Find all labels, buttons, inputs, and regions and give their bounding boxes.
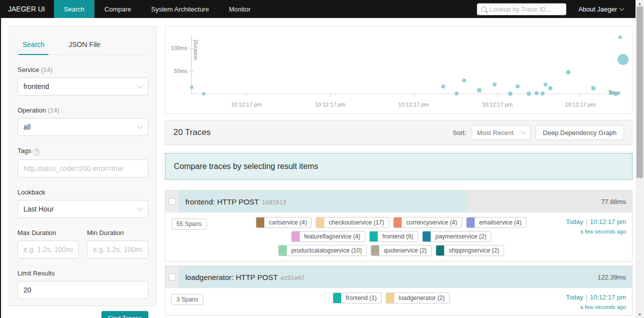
trace-header[interactable]: loadgenerator: HTTP POSTec91e67122.39ms <box>165 266 632 288</box>
x-tick-label: 10:12:17 pm <box>565 102 596 108</box>
help-icon[interactable]: ? <box>33 148 40 156</box>
trace-scatter-point[interactable] <box>618 54 629 65</box>
span-count-badge: 55 Spans <box>171 218 207 230</box>
trace-scatter-point[interactable] <box>619 36 622 39</box>
trace-time: 10:12:17 pm <box>590 294 626 301</box>
lookback-label: Lookback <box>17 188 148 196</box>
scrollbar-thumb[interactable] <box>637 6 643 178</box>
trace-scatter-point[interactable] <box>441 84 445 88</box>
nav-item-monitor[interactable]: Monitor <box>219 0 260 18</box>
trace-scatter-point[interactable] <box>462 78 466 82</box>
search-sidebar: SearchJSON File Service (14) frontend Op… <box>9 26 157 306</box>
trace-result-card[interactable]: frontend: HTTP POST1b9261377.88ms55 Span… <box>165 190 633 262</box>
tags-field-box <box>17 160 148 178</box>
limit-results-input[interactable] <box>23 286 142 294</box>
scroll-up-arrow[interactable]: ▲ <box>636 0 644 7</box>
service-tag: frontend (1) <box>333 292 382 304</box>
trace-relative-time: a few seconds ago <box>541 228 626 234</box>
service-tag: cartservice (4) <box>256 217 312 228</box>
x-tick-mark <box>580 94 581 97</box>
service-color-swatch <box>292 232 300 242</box>
x-tick-label: 10:12:17 pm <box>398 102 429 108</box>
y-tick-label: 50ms <box>174 68 187 74</box>
trace-scatter-point[interactable] <box>535 91 539 95</box>
min-duration-input[interactable] <box>93 246 142 254</box>
trace-duration: 77.88ms <box>601 198 632 206</box>
about-jaeger-menu[interactable]: About Jaeger <box>579 6 624 13</box>
trace-scatter-point[interactable] <box>455 92 459 96</box>
trace-scatter-point[interactable] <box>202 92 205 96</box>
service-color-swatch <box>436 246 444 256</box>
service-tag-label: cartservice (4) <box>264 218 311 228</box>
service-color-swatch <box>256 218 264 228</box>
service-color-swatch <box>394 218 402 228</box>
chevron-down-icon <box>137 205 142 210</box>
nav-menu: SearchCompareSystem ArchitectureMonitor <box>54 0 261 18</box>
nav-item-search[interactable]: Search <box>54 0 94 18</box>
chevron-down-icon <box>137 123 142 128</box>
y-tick-label: 100ms <box>171 45 187 51</box>
service-tag: shippingservice (2) <box>436 245 504 256</box>
service-tag: loadgenerator (2) <box>386 292 450 304</box>
deep-dependency-graph-button[interactable]: Deep Dependency Graph <box>536 125 624 140</box>
operation-select[interactable]: all <box>17 118 148 136</box>
trace-compare-checkbox[interactable] <box>169 198 176 205</box>
service-tag-list: frontend (1)loadgenerator (2) <box>241 292 541 310</box>
vertical-scrollbar[interactable]: ▲ ▼ <box>636 0 644 318</box>
trace-id: ec91e67 <box>281 274 305 282</box>
service-tag: featureflagservice (4) <box>291 231 366 242</box>
trace-scatter-point[interactable] <box>548 86 553 90</box>
tags-label: Tags? <box>17 147 148 156</box>
service-tag-label: frontend (6) <box>378 232 418 242</box>
service-tag: quoteservice (2) <box>371 245 432 256</box>
service-tag: paymentservice (2) <box>422 231 491 242</box>
app-brand: JAEGER UI <box>1 0 54 18</box>
trace-scatter-point[interactable] <box>541 92 545 96</box>
trace-scatter-point[interactable] <box>614 92 618 96</box>
trace-header[interactable]: frontend: HTTP POST1b9261377.88ms <box>165 190 632 212</box>
service-select[interactable]: frontend <box>17 78 148 96</box>
find-traces-button[interactable]: Find Traces <box>101 311 148 318</box>
trace-result-card[interactable]: loadgenerator: HTTP POSTec91e67122.39ms3… <box>165 266 633 316</box>
y-axis <box>191 36 192 94</box>
service-color-swatch <box>370 232 378 242</box>
sidebar-tab-search[interactable]: Search <box>21 36 45 54</box>
trace-date: Today <box>566 218 584 226</box>
trace-scatter-point[interactable] <box>516 84 520 88</box>
trace-scatter-point[interactable] <box>527 92 531 96</box>
trace-scatter-point[interactable] <box>544 82 548 86</box>
trace-compare-checkbox[interactable] <box>169 274 176 280</box>
trace-scatter-point[interactable] <box>591 86 596 90</box>
trace-scatter-point[interactable] <box>493 82 497 86</box>
service-color-swatch <box>316 218 324 228</box>
chevron-down-icon <box>521 130 526 134</box>
lookback-select[interactable]: Last Hour <box>17 200 148 218</box>
trace-scatter-point[interactable] <box>190 86 193 89</box>
x-tick-mark <box>246 94 247 97</box>
service-color-swatch <box>333 293 341 303</box>
scroll-down-arrow[interactable]: ▼ <box>636 311 644 318</box>
service-tag-list: cartservice (4)checkoutservice (17)curre… <box>241 217 541 256</box>
x-tick-mark <box>414 94 414 97</box>
x-tick-mark <box>330 94 331 97</box>
main-content: Duration Time 100ms50ms10:12:17 pm10:12:… <box>165 26 633 318</box>
trace-timestamp: Today|10:12:17 pma few seconds ago <box>541 217 626 256</box>
trace-scatter-point[interactable] <box>508 92 513 96</box>
tags-input[interactable] <box>23 164 142 172</box>
nav-item-system-architecture[interactable]: System Architecture <box>141 0 219 18</box>
sort-select[interactable]: Most Recent <box>472 125 531 140</box>
nav-item-compare[interactable]: Compare <box>94 0 141 18</box>
service-tag-label: paymentservice (2) <box>431 232 491 242</box>
x-tick-label: 10:12:17 pm <box>482 102 513 108</box>
max-duration-input[interactable] <box>23 246 73 254</box>
service-color-swatch <box>423 232 431 242</box>
trace-lookup-input[interactable] <box>490 6 560 13</box>
trace-scatter-point[interactable] <box>566 70 571 74</box>
sidebar-tab-json-file[interactable]: JSON File <box>67 36 101 54</box>
x-tick-label: 10:12:17 pm <box>315 102 345 108</box>
limit-results-box <box>17 281 148 299</box>
span-count-badge: 3 Spans <box>171 294 203 305</box>
trace-scatter-point[interactable] <box>477 88 482 92</box>
trace-count: 20 Traces <box>173 128 211 138</box>
trace-results-list: frontend: HTTP POST1b9261377.88ms55 Span… <box>165 190 633 318</box>
